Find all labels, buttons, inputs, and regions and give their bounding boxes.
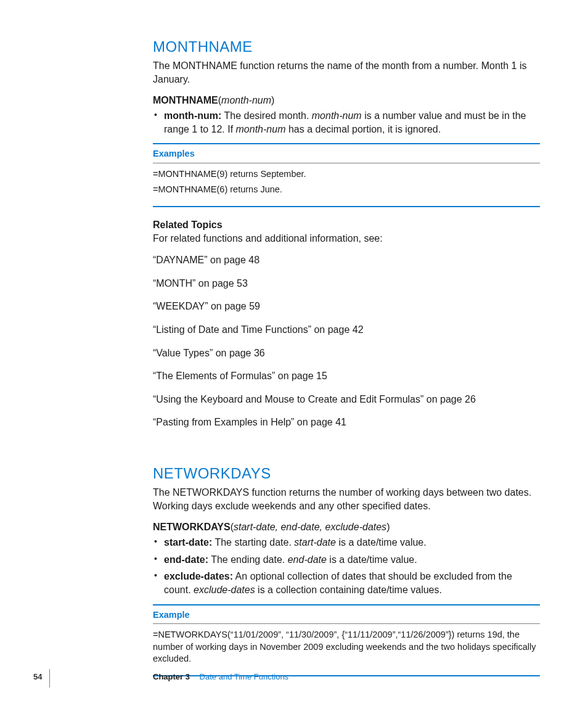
parameter-name: start-date:	[164, 537, 212, 548]
parameter-text: is a date/time value.	[327, 554, 417, 565]
chapter-label: Chapter 3 Date and Time Functions	[153, 671, 288, 683]
parameter-text: is a collection containing date/time val…	[255, 585, 442, 595]
section-intro: The MONTHNAME function returns the name …	[153, 59, 540, 86]
parameter-text: The ending date.	[208, 554, 288, 565]
example-line: =MONTHNAME(9) returns September.	[153, 168, 540, 181]
related-link: “Pasting from Examples in Help” on page …	[153, 416, 540, 429]
signature-name: NETWORKDAYS	[153, 522, 231, 532]
parameter-text: has a decimal portion, it is ignored.	[285, 124, 441, 134]
parameter-text: The desired month.	[221, 110, 311, 121]
parameter-ital: month-num	[312, 110, 362, 121]
parameter-text: is a date/time value.	[336, 537, 427, 548]
parameter-ital: exclude-dates	[194, 585, 255, 595]
signature-args: start-date, end-date, exclude-dates	[234, 522, 386, 532]
related-link: “The Elements of Formulas” on page 15	[153, 369, 540, 383]
related-link: “Listing of Date and Time Functions” on …	[153, 323, 540, 337]
parameter-list: start-date: The starting date. start-dat…	[153, 536, 540, 596]
related-link: “Value Types” on page 36	[153, 347, 540, 360]
related-topics-intro: For related functions and additional inf…	[153, 232, 540, 245]
related-topics-heading: Related Topics	[153, 218, 540, 232]
document-page: MONTHNAME The MONTHNAME function returns…	[0, 0, 588, 706]
related-link: “DAYNAME” on page 48	[153, 253, 540, 267]
section-intro: The NETWORKDAYS function returns the num…	[153, 486, 540, 512]
function-signature: MONTHNAME(month-num)	[153, 94, 540, 107]
parameter-item: exclude-dates: An optional collection of…	[153, 570, 540, 596]
example-line: =MONTHNAME(6) returns June.	[153, 184, 540, 196]
signature-name: MONTHNAME	[153, 95, 218, 105]
parameter-ital: end-date	[288, 554, 327, 565]
section-title-networkdays: NETWORKDAYS	[153, 464, 540, 483]
content-column: MONTHNAME The MONTHNAME function returns…	[153, 37, 540, 676]
examples-box: Examples =MONTHNAME(9) returns September…	[153, 143, 540, 207]
parameter-item: month-num: The desired month. month-num …	[153, 109, 540, 136]
page-number: 54	[33, 671, 42, 683]
parameter-name: end-date:	[164, 554, 208, 565]
parameter-item: start-date: The starting date. start-dat…	[153, 536, 540, 549]
related-link: “Using the Keyboard and Mouse to Create …	[153, 393, 540, 406]
section-title-monthname: MONTHNAME	[153, 37, 540, 57]
parameter-ital: month-num	[236, 124, 286, 134]
related-link: “MONTH” on page 53	[153, 277, 540, 290]
parameter-name: exclude-dates:	[164, 571, 233, 581]
signature-args: month-num	[221, 95, 271, 105]
page-footer: 54 Chapter 3 Date and Time Functions	[0, 671, 588, 684]
examples-box: Example =NETWORKDAYS(“11/01/2009”, “11/3…	[153, 604, 540, 676]
parameter-item: end-date: The ending date. end-date is a…	[153, 553, 540, 567]
examples-heading: Example	[153, 609, 540, 625]
function-signature: NETWORKDAYS(start-date, end-date, exclud…	[153, 520, 540, 534]
parameter-name: month-num:	[164, 110, 221, 121]
examples-heading: Examples	[153, 148, 540, 163]
chapter-title: Date and Time Functions	[200, 672, 289, 681]
related-link: “WEEKDAY” on page 59	[153, 300, 540, 313]
parameter-ital: start-date	[294, 537, 336, 548]
example-line: =NETWORKDAYS(“11/01/2009”, “11/30/2009”,…	[153, 629, 540, 665]
chapter-word: Chapter 3	[153, 672, 190, 681]
parameter-list: month-num: The desired month. month-num …	[153, 109, 540, 136]
parameter-text: The starting date.	[212, 537, 294, 548]
